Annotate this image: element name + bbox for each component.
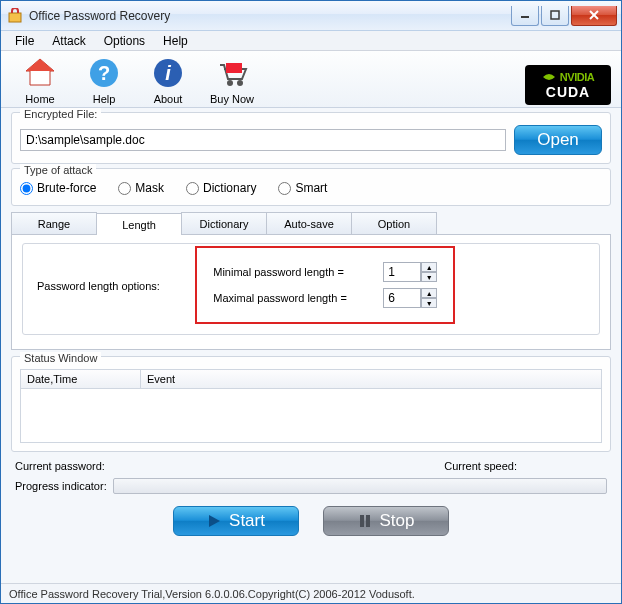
- toolbar: Home ? Help i About Buy Now NVIDIA CUDA: [1, 51, 621, 108]
- window-title: Office Password Recovery: [29, 9, 511, 23]
- tab-range[interactable]: Range: [11, 212, 97, 234]
- statusbar-text: Office Password Recovery Trial,Version 6…: [9, 588, 415, 600]
- tab-option[interactable]: Option: [351, 212, 437, 234]
- toolbar-help-label: Help: [75, 93, 133, 105]
- progress-row: Progress indicator:: [11, 478, 611, 494]
- play-icon: [207, 514, 221, 528]
- menubar: File Attack Options Help: [1, 31, 621, 51]
- radio-bruteforce[interactable]: Brute-force: [20, 181, 96, 195]
- status-table-header: Date,Time Event: [20, 369, 602, 389]
- min-length-down[interactable]: ▼: [421, 272, 437, 282]
- progress-bar: [113, 478, 607, 494]
- cuda-brand: NVIDIA: [560, 71, 594, 83]
- password-length-options-label: Password length options:: [33, 280, 164, 292]
- toolbar-about[interactable]: i About: [139, 55, 197, 105]
- toolbar-home-label: Home: [11, 93, 69, 105]
- min-length-up[interactable]: ▲: [421, 262, 437, 272]
- info-icon: i: [150, 55, 186, 91]
- status-window-group: Status Window Date,Time Event: [11, 356, 611, 452]
- svg-rect-0: [9, 13, 21, 22]
- svg-marker-6: [26, 59, 54, 71]
- radio-bruteforce-label: Brute-force: [37, 181, 96, 195]
- max-length-down[interactable]: ▼: [421, 298, 437, 308]
- status-col-event: Event: [141, 370, 601, 388]
- cart-icon: [214, 55, 250, 91]
- min-length-label: Minimal password length =: [213, 266, 373, 278]
- svg-rect-2: [551, 11, 559, 19]
- password-length-options-group: Password length options: Minimal passwor…: [22, 243, 600, 335]
- radio-mask-label: Mask: [135, 181, 164, 195]
- home-icon: [22, 55, 58, 91]
- min-length-input[interactable]: [383, 262, 421, 282]
- progress-label: Progress indicator:: [15, 480, 107, 492]
- svg-marker-13: [209, 515, 220, 527]
- encrypted-file-group: Encrypted File: Open: [11, 112, 611, 164]
- menu-help[interactable]: Help: [155, 33, 196, 49]
- max-length-label: Maximal password length =: [213, 292, 373, 304]
- action-row: Start Stop: [11, 506, 611, 536]
- tab-length[interactable]: Length: [96, 213, 182, 235]
- toolbar-about-label: About: [139, 93, 197, 105]
- toolbar-buynow[interactable]: Buy Now: [203, 55, 261, 105]
- maximize-button[interactable]: [541, 6, 569, 26]
- stop-button[interactable]: Stop: [323, 506, 449, 536]
- status-col-date: Date,Time: [21, 370, 141, 388]
- menu-options[interactable]: Options: [96, 33, 153, 49]
- svg-text:?: ?: [98, 62, 110, 84]
- start-button-label: Start: [229, 511, 265, 531]
- close-button[interactable]: [571, 6, 617, 26]
- radio-mask[interactable]: Mask: [118, 181, 164, 195]
- attack-type-label: Type of attack: [20, 164, 96, 176]
- minimize-button[interactable]: [511, 6, 539, 26]
- attack-type-group: Type of attack Brute-force Mask Dictiona…: [11, 168, 611, 206]
- toolbar-help[interactable]: ? Help: [75, 55, 133, 105]
- window-controls: [511, 6, 617, 26]
- radio-smart[interactable]: Smart: [278, 181, 327, 195]
- statusbar: Office Password Recovery Trial,Version 6…: [1, 583, 621, 603]
- max-length-up[interactable]: ▲: [421, 288, 437, 298]
- settings-tabs: Range Length Dictionary Auto-save Option…: [11, 210, 611, 350]
- info-row: Current password: Current speed:: [11, 460, 611, 472]
- stop-button-label: Stop: [380, 511, 415, 531]
- titlebar: Office Password Recovery: [1, 1, 621, 31]
- cuda-badge: NVIDIA CUDA: [525, 65, 611, 105]
- main-area: Encrypted File: Open Type of attack Brut…: [1, 108, 621, 583]
- cuda-name: CUDA: [546, 84, 590, 100]
- current-password-label: Current password:: [15, 460, 105, 472]
- nvidia-eye-icon: [542, 70, 556, 84]
- help-icon: ?: [86, 55, 122, 91]
- toolbar-home[interactable]: Home: [11, 55, 69, 105]
- pause-icon: [358, 514, 372, 528]
- encrypted-file-input[interactable]: [20, 129, 506, 151]
- start-button[interactable]: Start: [173, 506, 299, 536]
- toolbar-buynow-label: Buy Now: [203, 93, 261, 105]
- svg-rect-15: [366, 515, 370, 527]
- encrypted-file-label: Encrypted File:: [20, 108, 101, 120]
- menu-attack[interactable]: Attack: [44, 33, 93, 49]
- svg-point-12: [237, 80, 243, 86]
- open-button[interactable]: Open: [514, 125, 602, 155]
- current-speed-label: Current speed:: [444, 460, 517, 472]
- min-length-spinner[interactable]: ▲ ▼: [383, 262, 437, 282]
- radio-smart-label: Smart: [295, 181, 327, 195]
- tab-autosave[interactable]: Auto-save: [266, 212, 352, 234]
- menu-file[interactable]: File: [7, 33, 42, 49]
- max-length-spinner[interactable]: ▲ ▼: [383, 288, 437, 308]
- radio-dictionary-label: Dictionary: [203, 181, 256, 195]
- app-icon: [7, 8, 23, 24]
- radio-dictionary[interactable]: Dictionary: [186, 181, 256, 195]
- svg-rect-14: [360, 515, 364, 527]
- status-window-label: Status Window: [20, 352, 101, 364]
- svg-point-11: [227, 80, 233, 86]
- svg-text:i: i: [165, 62, 171, 84]
- tab-dictionary[interactable]: Dictionary: [181, 212, 267, 234]
- status-table-body: [20, 389, 602, 443]
- tab-length-panel: Password length options: Minimal passwor…: [11, 235, 611, 350]
- highlight-box: Minimal password length = ▲ ▼ Maximal pa…: [195, 246, 455, 324]
- max-length-input[interactable]: [383, 288, 421, 308]
